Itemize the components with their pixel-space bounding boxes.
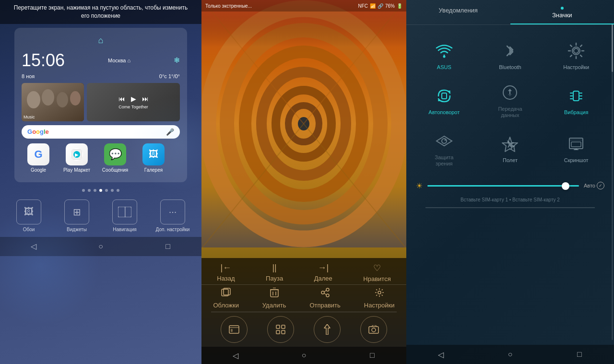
bluetooth-icon <box>499 40 520 61</box>
svg-rect-51 <box>442 93 447 99</box>
prev-control[interactable]: |← Назад <box>217 263 235 282</box>
data-transfer-icon <box>499 82 520 103</box>
signal-icon: 📶 <box>370 3 376 9</box>
app-google-label: Google <box>31 167 46 173</box>
delete-label: Удалить <box>262 302 286 309</box>
tab-notifications[interactable]: Уведомления <box>406 0 510 24</box>
hint-text: Перетащите экран, нажимая на пустую обла… <box>0 0 201 24</box>
svg-rect-41 <box>276 325 280 329</box>
weather-icon: ❄ <box>174 56 180 65</box>
brightness-icon: ☀ <box>416 181 423 190</box>
auto-label: Авто <box>584 183 595 188</box>
like-control[interactable]: ♡ Нравится <box>363 263 390 282</box>
share-btn[interactable]: Отправить <box>309 288 340 309</box>
asus-wifi-item[interactable]: ASUS <box>411 35 477 76</box>
recents-nav[interactable]: □ <box>158 241 177 252</box>
flashlight-btn[interactable] <box>314 316 341 343</box>
settings-music-btn[interactable]: Настройки <box>364 288 395 309</box>
next-btn[interactable]: ⏭ <box>142 95 149 103</box>
widgets-icon: ⊞ <box>64 200 89 224</box>
app-gallery[interactable]: 🖼 Галерея <box>137 143 170 173</box>
dot-2 <box>88 189 91 192</box>
song-title: Come Together <box>118 105 148 109</box>
tab-icons-label: Значки <box>552 12 572 19</box>
camera-btn[interactable] <box>360 316 387 343</box>
flight-icon <box>499 133 520 154</box>
home-nav-mid[interactable]: ○ <box>294 350 313 361</box>
svg-text:▶: ▶ <box>75 152 79 157</box>
eye-protection-icon <box>434 130 455 152</box>
home-nav[interactable]: ○ <box>91 241 110 252</box>
home-icon: ⌂ <box>22 33 180 48</box>
next-label: Далее <box>314 275 332 282</box>
share-label: Отправить <box>309 302 340 309</box>
wallpaper-btn[interactable]: 🖼 Обои <box>10 200 48 232</box>
eye-protection-item[interactable]: Защитазрения <box>411 125 477 173</box>
back-nav-right[interactable]: ◁ <box>431 349 450 360</box>
svg-point-34 <box>326 294 329 297</box>
navigation-btn[interactable]: Навигация <box>106 200 144 232</box>
autorotate-item[interactable]: Автоповорот <box>411 76 477 124</box>
data-transfer-item[interactable]: Передачаданных <box>477 76 543 124</box>
dot-1 <box>82 189 85 192</box>
vibration-icon <box>566 85 587 106</box>
dot-6 <box>111 189 114 192</box>
media-btn[interactable] <box>221 316 248 343</box>
bottom-divider <box>425 207 595 208</box>
status-emergency: Только экстренные... <box>205 3 358 9</box>
sim-info: Вставьте SIM-карту 1 • Вставьте SIM-карт… <box>406 194 614 205</box>
svg-rect-42 <box>282 325 285 329</box>
back-nav[interactable]: ◁ <box>24 241 43 252</box>
covers-btn[interactable]: Обложки <box>213 288 238 309</box>
flight-item[interactable]: Полет <box>477 125 543 173</box>
next-icon: →| <box>318 263 329 273</box>
page-dots <box>0 186 201 195</box>
navigation-icon <box>112 200 137 224</box>
extra-settings-btn[interactable]: ··· Доп. настройки <box>154 200 192 232</box>
auto-check[interactable]: ✓ <box>597 182 604 189</box>
back-nav-mid[interactable]: ◁ <box>226 350 245 361</box>
gallery-app-icon: 🖼 <box>142 143 165 165</box>
bluetooth-item[interactable]: Bluetooth <box>477 35 543 76</box>
share-icon <box>320 288 330 300</box>
app-google[interactable]: G Google <box>22 143 55 173</box>
search-bar[interactable]: Google 🎤 <box>22 125 180 139</box>
screenshot-item[interactable]: Скриншот <box>543 125 609 173</box>
app-messages[interactable]: 💬 Сообщения <box>98 143 132 173</box>
widgets-btn[interactable]: ⊞ Виджеты <box>58 200 96 232</box>
svg-rect-27 <box>271 290 278 297</box>
brightness-slider[interactable] <box>427 185 579 187</box>
recents-nav-right[interactable]: □ <box>570 349 589 360</box>
location: Москва ⌂ <box>108 58 130 63</box>
music-overlay: |← Назад || Пауза →| Далее ♡ Нравится <box>201 258 406 364</box>
app-play[interactable]: ▶ Play Маркет <box>60 143 94 173</box>
recents-nav-mid[interactable]: □ <box>363 350 382 361</box>
svg-point-61 <box>444 139 446 141</box>
play-btn[interactable]: ▶ <box>131 95 136 103</box>
vibration-item[interactable]: Вибрация <box>543 76 609 124</box>
next-control[interactable]: →| Далее <box>314 263 332 282</box>
svg-point-4 <box>57 92 68 107</box>
data-transfer-label: Передачаданных <box>498 106 522 118</box>
prev-btn[interactable]: ⏮ <box>118 95 125 103</box>
delete-btn[interactable]: Удалить <box>262 288 286 309</box>
eye-protection-label: Защитазрения <box>435 154 453 167</box>
tab-icons[interactable]: Значки <box>510 0 614 24</box>
bluetooth-label: Bluetooth <box>499 64 521 70</box>
covers-icon <box>221 288 231 300</box>
panel-middle: Только экстренные... NFC 📶 🔗 76% 🔋 |← На… <box>201 0 406 364</box>
svg-point-49 <box>574 48 579 53</box>
settings-item[interactable]: Настройки <box>543 35 609 76</box>
heart-icon: ♡ <box>373 263 381 273</box>
like-label: Нравится <box>363 275 390 282</box>
app-play-label: Play Маркет <box>63 167 90 173</box>
panel-right: Уведомления Значки ASUS <box>406 0 614 364</box>
pause-control[interactable]: || Пауза <box>266 263 283 282</box>
home-nav-right[interactable]: ○ <box>500 349 520 360</box>
app-grid: G Google ▶ Play Маркет 💬 Сообщения 🖼 <box>22 143 180 173</box>
screenshot-label: Скриншот <box>564 157 589 164</box>
dot-5 <box>105 189 108 192</box>
play-app-icon: ▶ <box>66 143 88 165</box>
grid-btn[interactable] <box>267 316 294 343</box>
mic-icon[interactable]: 🎤 <box>166 128 174 136</box>
